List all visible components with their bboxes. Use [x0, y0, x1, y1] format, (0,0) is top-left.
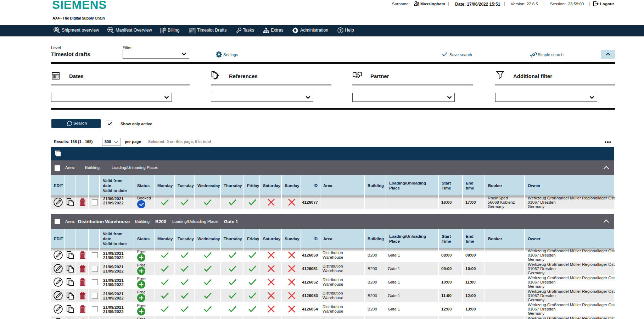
- svg-text:?: ?: [339, 28, 342, 33]
